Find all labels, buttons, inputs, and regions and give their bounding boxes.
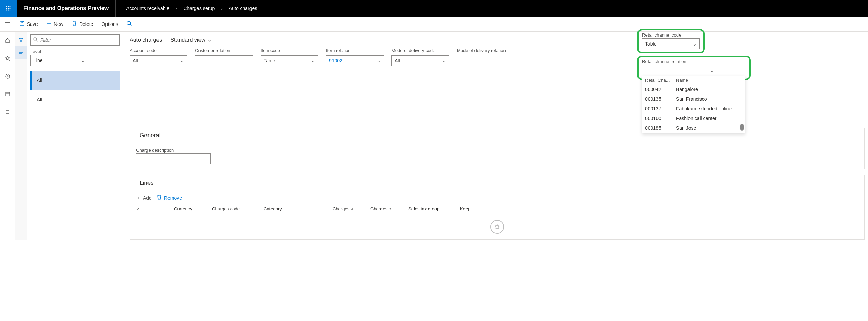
level-value: Line	[33, 58, 42, 63]
save-label: Save	[27, 21, 38, 27]
chevron-right-icon: ›	[221, 6, 223, 11]
home-button[interactable]	[0, 34, 15, 46]
left-rail	[0, 32, 15, 240]
dropdown-row[interactable]: 000185San Jose	[642, 123, 745, 133]
dropdown-col-header: Retail Cha...	[645, 78, 676, 83]
col-charges-value[interactable]: Charges v...	[333, 206, 360, 211]
section-header[interactable]: Lines	[130, 175, 864, 191]
mode-delivery-code-label: Mode of delivery code	[391, 48, 449, 53]
trash-icon	[156, 194, 162, 201]
chevron-down-icon: ⌄	[442, 58, 446, 63]
mode-delivery-relation-label: Mode of delivery relation	[457, 48, 515, 53]
main-layout: Level Line ⌄ All All Auto charges | Stan…	[0, 32, 868, 240]
dropdown-col-header: Name	[676, 78, 688, 83]
save-button[interactable]: Save	[15, 17, 42, 31]
dropdown-body[interactable]: 000042Bangalore 000135San Francisco 0001…	[642, 84, 745, 133]
item-code-label: Item code	[261, 48, 318, 53]
list-item[interactable]: All	[30, 71, 120, 90]
chevron-down-icon: ⌄	[81, 58, 85, 63]
add-line-button[interactable]: ＋ Add	[136, 194, 152, 201]
col-sales-tax-group[interactable]: Sales tax group	[408, 206, 450, 211]
favorites-button[interactable]	[0, 52, 15, 64]
star-icon	[5, 56, 10, 61]
svg-point-4	[8, 8, 9, 9]
retail-channel-code-label: Retail channel code	[642, 32, 700, 38]
filter-panel: Level Line ⌄ All All	[27, 32, 123, 240]
filter-toggle[interactable]	[15, 34, 27, 46]
search-icon	[33, 37, 39, 43]
top-bar: Finance and Operations Preview Accounts …	[0, 0, 868, 17]
col-charges-c[interactable]: Charges c...	[370, 206, 398, 211]
view-selector[interactable]: Standard view ⌄	[170, 37, 212, 43]
dropdown-row[interactable]: 000160Fashion call center	[642, 113, 745, 123]
chevron-down-icon: ⌄	[207, 37, 212, 43]
svg-point-13	[34, 38, 37, 40]
remove-line-button[interactable]: Remove	[156, 194, 182, 201]
new-button[interactable]: New	[42, 17, 68, 31]
options-button[interactable]: Options	[97, 17, 122, 31]
dropdown-row[interactable]: 000042Bangalore	[642, 84, 745, 94]
recent-button[interactable]	[0, 70, 15, 82]
col-currency[interactable]: Currency	[174, 206, 202, 211]
funnel-icon	[18, 37, 24, 43]
dropdown-row[interactable]: 000137Fabrikam extended online...	[642, 104, 745, 113]
item-code-select[interactable]: Table ⌄	[261, 55, 318, 66]
search-icon	[126, 21, 132, 26]
svg-point-7	[8, 10, 9, 11]
grid-header: ✓ Currency Charges code Category Charges…	[130, 203, 864, 214]
plus-icon: ＋	[136, 195, 141, 201]
svg-point-1	[8, 6, 9, 7]
customer-relation-field[interactable]	[195, 55, 253, 66]
workspace-icon	[5, 91, 10, 97]
charge-description-input[interactable]	[136, 153, 211, 164]
new-label: New	[54, 21, 63, 27]
dropdown-row[interactable]: 000135San Francisco	[642, 94, 745, 104]
chevron-right-icon: ›	[175, 6, 177, 11]
secondary-rail	[15, 32, 27, 240]
mode-delivery-relation-field[interactable]	[457, 55, 515, 66]
page-title: Auto charges	[130, 37, 162, 43]
breadcrumb: Accounts receivable › Charges setup › Au…	[116, 6, 257, 11]
section-header[interactable]: General	[130, 128, 864, 143]
delete-label: Delete	[79, 21, 93, 27]
mode-delivery-code-select[interactable]: All ⌄	[391, 55, 449, 66]
modules-button[interactable]	[0, 106, 15, 118]
delete-button[interactable]: Delete	[68, 17, 97, 31]
svg-point-10	[127, 21, 131, 25]
account-code-label: Account code	[130, 48, 187, 53]
breadcrumb-item[interactable]: Accounts receivable	[126, 6, 169, 11]
charge-description-label: Charge description	[136, 148, 858, 153]
col-charges-code[interactable]: Charges code	[212, 206, 253, 211]
checkmark-icon[interactable]: ✓	[136, 206, 164, 211]
level-label: Level	[30, 49, 120, 54]
menu-toggle[interactable]	[0, 21, 15, 27]
retail-channel-relation-select[interactable]: ⌄	[642, 65, 717, 76]
item-relation-select[interactable]: 91002 ⌄	[326, 55, 384, 66]
breadcrumb-item[interactable]: Auto charges	[229, 6, 257, 11]
waffle-icon	[6, 6, 11, 11]
breadcrumb-item[interactable]: Charges setup	[183, 6, 215, 11]
search-button[interactable]	[122, 21, 136, 27]
svg-rect-12	[6, 92, 10, 96]
main-content: Auto charges | Standard view ⌄ Account c…	[123, 32, 868, 240]
app-launcher[interactable]	[0, 0, 17, 17]
svg-point-5	[10, 8, 11, 9]
workspaces-button[interactable]	[0, 88, 15, 100]
empty-state: ✿	[130, 214, 864, 239]
level-select[interactable]: Line ⌄	[30, 55, 88, 66]
list-item[interactable]: All	[30, 90, 120, 109]
scrollbar-thumb[interactable]	[740, 124, 744, 131]
svg-point-2	[10, 6, 11, 7]
filter-input[interactable]	[30, 34, 120, 46]
retail-channel-code-select[interactable]: Table ⌄	[642, 38, 700, 49]
highlight-retail-channel-code: Retail channel code Table ⌄	[637, 29, 705, 53]
customer-relation-label: Customer relation	[195, 48, 253, 53]
list-toggle[interactable]	[15, 46, 27, 59]
col-keep[interactable]: Keep	[460, 206, 488, 211]
col-category[interactable]: Category	[264, 206, 322, 211]
chevron-down-icon: ⌄	[693, 41, 697, 47]
chevron-down-icon: ⌄	[311, 58, 315, 63]
retail-channel-relation-label: Retail channel relation	[642, 59, 746, 64]
account-code-select[interactable]: All ⌄	[130, 55, 187, 66]
svg-point-0	[6, 6, 7, 7]
